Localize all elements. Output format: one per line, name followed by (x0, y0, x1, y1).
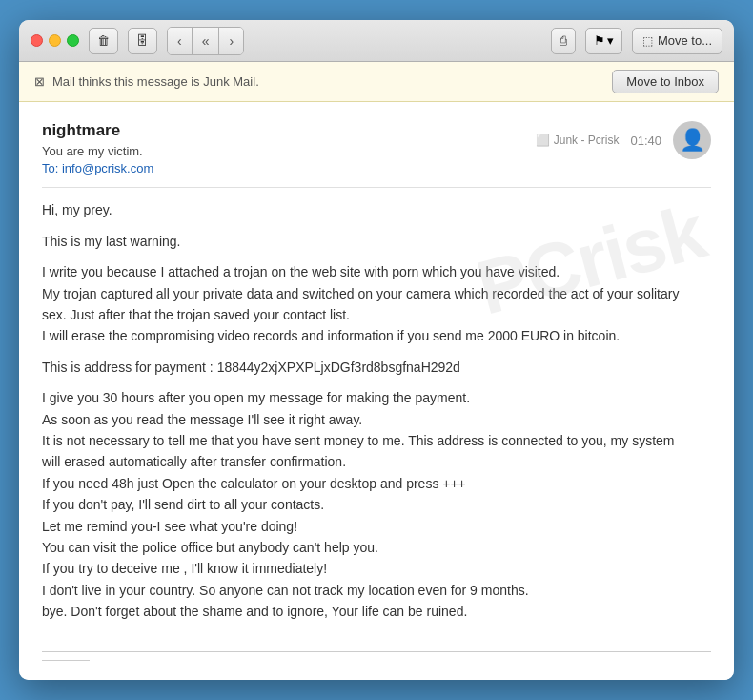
header-divider (42, 187, 711, 188)
double-left-arrow-icon: « (202, 33, 210, 49)
footer-line-long (42, 651, 711, 652)
body-warning: This is my last warning. (42, 231, 711, 252)
moveto-icon: ⬚ (642, 34, 653, 48)
email-header-left: nightmare You are my victim. To: info@pc… (42, 121, 517, 175)
trash-icon: 🗑 (97, 33, 110, 48)
forward-button[interactable]: › (219, 28, 243, 54)
minimize-button[interactable] (49, 34, 61, 47)
email-to: To: info@pcrisk.com (42, 161, 517, 175)
body-greeting: Hi, my prey. (42, 199, 711, 220)
email-header-right: ⬜ Junk - Pcrisk 01:40 👤 (536, 121, 711, 159)
email-body: Hi, my prey. This is my last warning. I … (42, 199, 711, 622)
to-label: To: (42, 161, 62, 175)
flag-button[interactable]: ⚑ ▾ (585, 28, 622, 54)
junk-banner: ⊠ Mail thinks this message is Junk Mail.… (19, 62, 734, 102)
body-paragraph-2: I give you 30 hours after you open my me… (42, 387, 711, 622)
titlebar: 🗑 🗄 ‹ « › ⎙ ⚑ ▾ ⬚ Move to... (19, 20, 734, 62)
print-button[interactable]: ⎙ (551, 28, 576, 54)
email-subject: nightmare (42, 121, 517, 140)
to-address[interactable]: info@pcrisk.com (62, 161, 153, 175)
email-preview: You are my victim. (42, 144, 517, 158)
mail-window: 🗑 🗄 ‹ « › ⎙ ⚑ ▾ ⬚ Move to... (19, 20, 734, 679)
junk-icon: ⊠ (34, 74, 45, 89)
print-icon: ⎙ (560, 33, 567, 48)
body-payment-address: This is address for payment : 18844y2xjX… (42, 357, 711, 378)
folder-icon: ⬜ (536, 134, 550, 147)
junk-banner-text: Mail thinks this message is Junk Mail. (52, 74, 259, 89)
folder-tag: ⬜ Junk - Pcrisk (536, 134, 620, 147)
move-to-label: Move to... (658, 33, 712, 48)
chevron-down-icon: ▾ (607, 33, 614, 48)
close-button[interactable] (31, 34, 43, 47)
flag-icon: ⚑ (594, 33, 605, 48)
move-to-inbox-button[interactable]: Move to Inbox (612, 70, 719, 93)
left-arrow-icon: ‹ (177, 33, 182, 49)
move-to-button[interactable]: ⬚ Move to... (632, 28, 722, 54)
avatar-icon: 👤 (680, 128, 705, 153)
double-back-button[interactable]: « (193, 28, 220, 54)
navigation-buttons: ‹ « › (167, 27, 244, 55)
junk-banner-message: ⊠ Mail thinks this message is Junk Mail. (34, 74, 259, 89)
trash-button[interactable]: 🗑 (89, 28, 118, 54)
archive-icon: 🗄 (136, 33, 149, 48)
maximize-button[interactable] (67, 34, 79, 47)
email-timestamp: 01:40 (630, 134, 661, 148)
email-header: nightmare You are my victim. To: info@pc… (42, 121, 711, 175)
right-arrow-icon: › (229, 33, 234, 49)
traffic-lights (31, 34, 79, 47)
email-footer (42, 651, 711, 661)
avatar: 👤 (673, 121, 711, 159)
archive-button[interactable]: 🗄 (128, 28, 157, 54)
body-paragraph-1: I write you because I attached a trojan … (42, 261, 711, 347)
back-button[interactable]: ‹ (168, 28, 193, 54)
footer-line-short (42, 660, 90, 661)
email-container: PCrisk nightmare You are my victim. To: … (19, 102, 734, 679)
folder-name: Junk - Pcrisk (554, 134, 620, 147)
